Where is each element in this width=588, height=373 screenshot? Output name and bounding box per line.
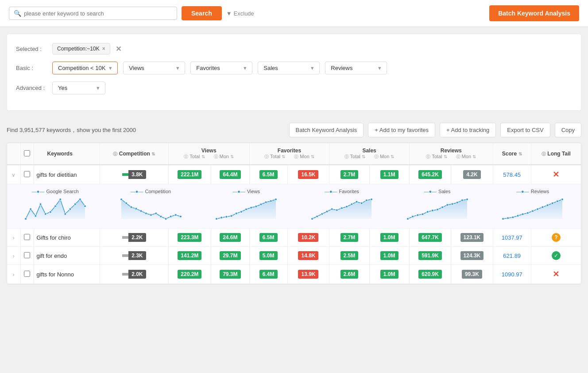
add-tracking-button[interactable]: + Add to tracking: [440, 123, 496, 137]
checkbox-cell[interactable]: [20, 265, 34, 284]
sort-icon[interactable]: ⇅: [472, 154, 476, 159]
chart-label: —●— Reviews: [487, 189, 578, 194]
search-input[interactable]: [24, 10, 172, 17]
views-dropdown[interactable]: Views ▾: [123, 62, 185, 74]
sort-icon[interactable]: ⇅: [230, 154, 234, 159]
help-icon: ⓪: [542, 152, 546, 156]
row-checkbox[interactable]: [24, 234, 30, 240]
expand-cell[interactable]: ›: [7, 229, 20, 247]
checkbox-cell[interactable]: [20, 229, 34, 247]
sales-mon-badge: 1.0M: [380, 233, 398, 242]
export-csv-button[interactable]: Export to CSV: [500, 123, 550, 137]
sort-icon[interactable]: ⇅: [518, 152, 522, 156]
checkbox-cell[interactable]: [20, 165, 34, 184]
expand-cell[interactable]: ›: [7, 247, 20, 265]
expanded-charts-row: —●— Google Search —●— Competition: [7, 184, 581, 229]
expand-icon[interactable]: ›: [13, 253, 15, 259]
views-mon-badge: 79.3M: [220, 270, 240, 279]
svg-point-22: [155, 212, 157, 214]
views-mon-cell: 64.4M: [211, 165, 249, 184]
sort-icon[interactable]: ⇅: [201, 154, 205, 159]
svg-point-27: [179, 215, 182, 218]
chart-label: —●— Sales: [392, 189, 483, 194]
svg-point-37: [255, 205, 257, 207]
svg-point-43: [311, 218, 313, 220]
svg-point-52: [356, 201, 358, 203]
svg-point-63: [436, 209, 438, 211]
copy-button[interactable]: Copy: [555, 123, 581, 137]
svg-point-6: [49, 211, 51, 213]
expand-cell[interactable]: ∨: [7, 165, 20, 184]
sales-dropdown[interactable]: Sales ▾: [258, 62, 320, 74]
chart-line-icon: —●—: [131, 189, 143, 194]
advanced-dropdown[interactable]: Yes ▾: [52, 82, 105, 94]
row-checkbox[interactable]: [24, 171, 30, 177]
help-icon: ⓪: [184, 154, 188, 159]
checkbox-cell[interactable]: [20, 247, 34, 265]
svg-point-33: [235, 212, 237, 214]
fav-total-badge: 6.5M: [259, 170, 278, 179]
svg-point-23: [159, 215, 162, 218]
reviews-dropdown[interactable]: Reviews ▾: [325, 62, 387, 74]
sort-icon[interactable]: ⇅: [444, 154, 447, 159]
fav-total-cell: 6.4M: [249, 265, 287, 284]
competition-cell: 2.2K: [100, 229, 168, 247]
chart-item: —●— Views: [201, 189, 292, 224]
svg-point-35: [245, 208, 248, 210]
exclude-button[interactable]: ▼ Exclude: [226, 10, 254, 17]
competition-dropdown[interactable]: Competition < 10K ▾: [52, 62, 118, 74]
sort-icon[interactable]: ⇅: [282, 154, 285, 159]
table-row: ∨ gifts for dietitian 3.8K 222.1M 64.4M …: [7, 165, 581, 184]
svg-point-1: [24, 218, 27, 220]
expand-icon[interactable]: ›: [13, 272, 15, 278]
sort-icon[interactable]: ⇅: [362, 154, 365, 159]
basic-label: Basic :: [16, 65, 47, 71]
add-favorites-button[interactable]: + Add to my favorites: [368, 123, 435, 137]
row-checkbox[interactable]: [24, 271, 30, 277]
chart-item: —●— Favorites: [296, 189, 387, 224]
row-checkbox[interactable]: [24, 252, 30, 258]
svg-point-15: [120, 198, 122, 201]
views-total-badge: 220.2M: [178, 270, 201, 279]
svg-point-78: [537, 208, 539, 210]
th-competition: ⓪ Competition ⇅: [100, 143, 168, 165]
top-bar: 🔍 Search ▼ Exclude Batch Keyword Analysi…: [0, 0, 588, 27]
expand-icon[interactable]: ∨: [12, 172, 15, 178]
expand-cell[interactable]: ›: [7, 265, 20, 284]
sort-icon[interactable]: ⇅: [391, 154, 394, 159]
chart-line-icon: —●—: [424, 189, 437, 194]
svg-point-10: [69, 208, 71, 210]
results-bar: Find 3,951,577 keywords，show you the fir…: [0, 117, 588, 143]
advanced-filter-row: Advanced : Yes ▾: [16, 82, 572, 94]
chart-line-icon: —●—: [232, 189, 245, 194]
svg-point-45: [321, 213, 323, 215]
batch-analysis-button[interactable]: Batch Keyword Analysis: [289, 123, 364, 137]
svg-point-82: [557, 200, 559, 202]
svg-point-50: [346, 206, 348, 208]
score-cell: 578.45: [493, 165, 531, 184]
sort-icon[interactable]: ⇅: [311, 154, 314, 159]
search-button[interactable]: Search: [182, 6, 222, 20]
advanced-label: Advanced :: [16, 85, 47, 91]
sort-icon[interactable]: ⇅: [151, 152, 155, 156]
sales-mon-badge: 1.1M: [380, 170, 398, 179]
rev-mon-badge: 123.1K: [460, 233, 484, 242]
remove-tag-button[interactable]: ×: [102, 46, 105, 52]
charts-cell: —●— Google Search —●— Competition: [7, 184, 581, 229]
select-all-checkbox[interactable]: [24, 150, 30, 156]
results-count: Find 3,951,577 keywords，show you the fir…: [7, 126, 285, 134]
rev-mon-badge: 4.2K: [463, 170, 480, 179]
svg-point-59: [416, 214, 418, 216]
expand-icon[interactable]: ›: [13, 235, 15, 241]
chevron-down-icon: ▾: [97, 85, 100, 91]
favorites-dropdown[interactable]: Favorites ▾: [190, 62, 252, 74]
competition-badge: 2.2K: [122, 233, 146, 242]
chart-label: —●— Favorites: [296, 189, 387, 194]
svg-point-44: [316, 215, 318, 218]
competition-cell: 2.0K: [100, 265, 168, 284]
competition-badge: 2.3K: [122, 251, 146, 260]
batch-keyword-analysis-button[interactable]: Batch Keyword Analysis: [489, 5, 579, 21]
clear-filter-button[interactable]: ✕: [116, 45, 121, 53]
svg-point-80: [546, 204, 549, 206]
chart-item: —●— Sales: [392, 189, 483, 224]
